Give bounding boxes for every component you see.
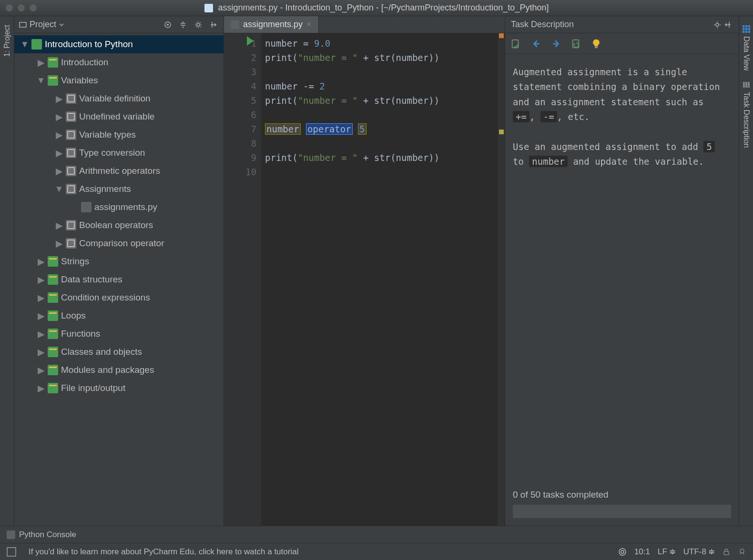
editor-tabs: assignments.py × bbox=[224, 16, 505, 33]
tree-label: Introduction bbox=[61, 57, 108, 68]
tree-lesson[interactable]: ▶File input/output bbox=[14, 379, 224, 397]
python-file-icon bbox=[204, 4, 213, 12]
sync-status-icon[interactable] bbox=[618, 548, 627, 556]
minimize-window-button[interactable] bbox=[18, 4, 25, 11]
editor-tab-assignments[interactable]: assignments.py × bbox=[224, 16, 319, 33]
close-window-button[interactable] bbox=[6, 4, 13, 11]
tree-lesson-introduction[interactable]: ▶Introduction bbox=[14, 53, 224, 71]
line-number: 10 bbox=[227, 165, 256, 179]
line-number: 6 bbox=[227, 108, 256, 122]
placeholder-number[interactable]: number bbox=[265, 123, 301, 135]
task-description-tool-tab[interactable]: Task Description bbox=[741, 76, 752, 152]
line-number: 8 bbox=[227, 136, 256, 150]
python-icon bbox=[7, 530, 15, 539]
prev-task-button[interactable] bbox=[531, 39, 541, 49]
task-panel-title: Task Description bbox=[511, 20, 574, 30]
tree-root[interactable]: ▼ Introduction to Python bbox=[14, 35, 224, 53]
next-task-button[interactable] bbox=[551, 39, 561, 49]
stack-icon bbox=[742, 80, 751, 89]
status-indicator-icon[interactable] bbox=[7, 547, 16, 557]
tree-lesson[interactable]: ▶Modules and packages bbox=[14, 361, 224, 379]
bottom-tool-bar: Python Console bbox=[0, 526, 753, 543]
svg-point-2 bbox=[167, 24, 169, 26]
lesson-icon bbox=[48, 256, 58, 267]
status-bar: If you'd like to learn more about PyChar… bbox=[0, 543, 753, 560]
lock-icon[interactable] bbox=[722, 548, 730, 556]
tree-label: Data structures bbox=[61, 274, 122, 285]
task-icon bbox=[66, 93, 76, 104]
data-view-tool-tab[interactable]: Data View bbox=[741, 20, 752, 76]
tree-label: Condition expressions bbox=[61, 292, 150, 303]
tree-label: Variable definition bbox=[79, 93, 151, 104]
hint-button[interactable] bbox=[591, 39, 601, 49]
python-file-icon bbox=[231, 20, 239, 29]
run-gutter-icon[interactable] bbox=[247, 36, 254, 46]
code-content[interactable]: number = 9.0 print("number = " + str(num… bbox=[261, 33, 505, 526]
lesson-icon bbox=[48, 274, 58, 285]
hide-panel-button[interactable] bbox=[722, 20, 733, 30]
course-icon bbox=[31, 39, 42, 50]
svg-rect-0 bbox=[20, 22, 26, 27]
tree-task[interactable]: ▶Undefined variable bbox=[14, 108, 224, 126]
tree-lesson[interactable]: ▶Classes and objects bbox=[14, 343, 224, 361]
expand-arrow-icon[interactable]: ▼ bbox=[37, 77, 45, 84]
tree-task[interactable]: ▶Comparison operator bbox=[14, 234, 224, 252]
tree-label: Strings bbox=[61, 256, 89, 267]
tree-lesson-variables[interactable]: ▼Variables bbox=[14, 71, 224, 90]
tree-label: Functions bbox=[61, 329, 100, 339]
settings-gear-icon[interactable] bbox=[712, 20, 722, 30]
tree-task[interactable]: ▶Variable definition bbox=[14, 90, 224, 108]
expand-arrow-icon[interactable]: ▼ bbox=[55, 185, 63, 193]
tree-task-assignments[interactable]: ▼Assignments bbox=[14, 180, 224, 198]
tree-label: Classes and objects bbox=[61, 347, 142, 357]
locate-button[interactable] bbox=[163, 20, 173, 30]
project-tool-label: 1: Project bbox=[3, 25, 11, 57]
tree-task[interactable]: ▶Boolean operators bbox=[14, 216, 224, 234]
maximize-window-button[interactable] bbox=[30, 4, 37, 11]
tree-lesson[interactable]: ▶Condition expressions bbox=[14, 289, 224, 307]
tree-lesson[interactable]: ▶Loops bbox=[14, 307, 224, 325]
settings-gear-icon[interactable] bbox=[193, 20, 204, 30]
tree-task[interactable]: ▶Arithmetic operators bbox=[14, 162, 224, 180]
lesson-icon bbox=[48, 57, 58, 68]
tree-lesson[interactable]: ▶Data structures bbox=[14, 270, 224, 289]
tree-lesson[interactable]: ▶Functions bbox=[14, 325, 224, 343]
tree-label: File input/output bbox=[61, 383, 125, 393]
svg-rect-13 bbox=[724, 551, 729, 555]
task-header: Task Description bbox=[505, 16, 739, 33]
task-panel: Task Description Augmented assignment is… bbox=[505, 16, 739, 526]
tree-task[interactable]: ▶Variable types bbox=[14, 126, 224, 144]
inspector-icon[interactable] bbox=[738, 548, 746, 556]
caret-position[interactable]: 10:1 bbox=[634, 547, 650, 557]
task-description-content: Augmented assignment is a single stateme… bbox=[505, 54, 739, 485]
title-bar: assignments.py - Introduction_to_Python … bbox=[0, 0, 753, 16]
project-panel-title[interactable]: Project bbox=[19, 20, 64, 30]
editor-body[interactable]: 1 2 3 4 5 6 7 8 9 10 number = 9.0 print(… bbox=[224, 33, 505, 526]
placeholder-value[interactable]: 5 bbox=[358, 123, 366, 135]
python-console-tab[interactable]: Python Console bbox=[19, 530, 76, 540]
tree-lesson[interactable]: ▶Strings bbox=[14, 252, 224, 270]
tree-file-assignments-py[interactable]: assignments.py bbox=[14, 198, 224, 216]
hide-panel-button[interactable] bbox=[208, 20, 219, 30]
error-marker[interactable] bbox=[499, 33, 504, 38]
placeholder-operator[interactable]: operator bbox=[306, 123, 353, 135]
task-icon bbox=[66, 184, 76, 194]
collapse-arrow-icon[interactable]: ▶ bbox=[37, 59, 45, 66]
python-file-icon bbox=[81, 202, 92, 212]
check-task-button[interactable] bbox=[511, 39, 521, 49]
collapse-all-button[interactable] bbox=[178, 20, 188, 30]
file-encoding[interactable]: UTF-8≑ bbox=[683, 547, 715, 557]
tree-task[interactable]: ▶Type conversion bbox=[14, 144, 224, 162]
warning-marker[interactable] bbox=[499, 130, 504, 134]
close-tab-icon[interactable]: × bbox=[306, 20, 312, 30]
chevron-down-icon bbox=[59, 22, 64, 27]
project-tool-tab[interactable]: 1: Project bbox=[2, 20, 12, 62]
status-tip-link[interactable]: If you'd like to learn more about PyChar… bbox=[29, 547, 298, 557]
svg-rect-10 bbox=[745, 82, 747, 88]
reset-task-button[interactable] bbox=[571, 39, 581, 49]
project-tree[interactable]: ▼ Introduction to Python ▶Introduction ▼… bbox=[14, 33, 224, 526]
line-separator[interactable]: LF≑ bbox=[658, 547, 676, 557]
lesson-icon bbox=[48, 310, 58, 321]
expand-arrow-icon[interactable]: ▼ bbox=[21, 40, 29, 48]
lesson-icon bbox=[48, 329, 58, 339]
